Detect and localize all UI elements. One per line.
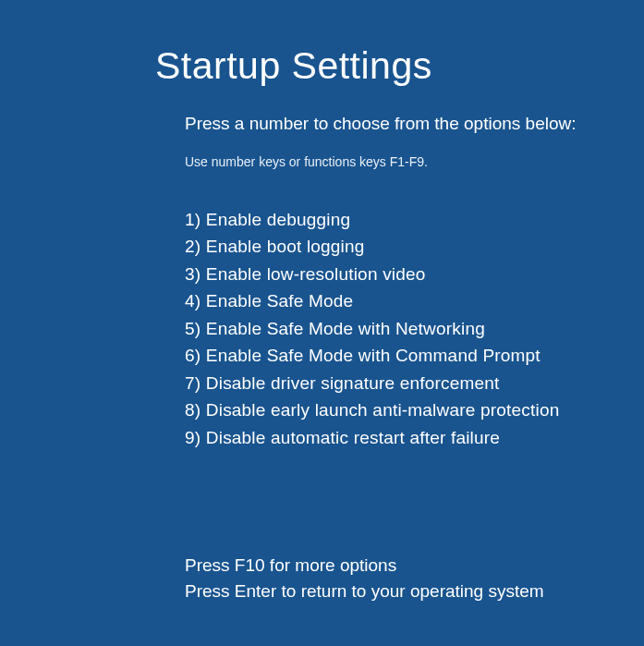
startup-settings-screen: Startup Settings Press a number to choos… bbox=[0, 0, 644, 605]
option-label: 3 bbox=[185, 264, 195, 284]
option-5[interactable]: 5) Enable Safe Mode with Networking bbox=[185, 315, 626, 342]
option-label: Enable Safe Mode with Command Prompt bbox=[206, 346, 541, 365]
option-label: 2 bbox=[185, 237, 195, 256]
option-2[interactable]: 2) Enable boot logging bbox=[185, 233, 626, 260]
footer-instructions: Press F10 for more options Press Enter t… bbox=[185, 553, 626, 605]
option-label: 1 bbox=[185, 210, 195, 229]
hint-text: Use number keys or functions keys F1-F9. bbox=[185, 154, 626, 169]
option-label: 8 bbox=[185, 400, 195, 420]
option-6[interactable]: 6) Enable Safe Mode with Command Prompt bbox=[185, 342, 626, 369]
option-3[interactable]: 3) Enable low-resolution video bbox=[185, 261, 626, 287]
option-label: Enable debugging bbox=[206, 210, 350, 229]
option-8[interactable]: 8) Disable early launch anti-malware pro… bbox=[185, 396, 626, 423]
option-label: Enable boot logging bbox=[206, 237, 365, 256]
option-7[interactable]: 7) Disable driver signature enforcement bbox=[185, 370, 626, 396]
instruction-text: Press a number to choose from the option… bbox=[185, 114, 626, 134]
option-4[interactable]: 4) Enable Safe Mode bbox=[185, 287, 626, 314]
option-label: Enable low-resolution video bbox=[206, 264, 426, 284]
footer-more-options: Press F10 for more options bbox=[185, 553, 626, 579]
option-9[interactable]: 9) Disable automatic restart after failu… bbox=[185, 424, 626, 451]
footer-return: Press Enter to return to your operating … bbox=[185, 579, 626, 605]
option-label: 7 bbox=[185, 373, 195, 393]
option-label: Disable early launch anti-malware protec… bbox=[206, 400, 560, 420]
option-label: 5 bbox=[185, 319, 195, 338]
page-title: Startup Settings bbox=[155, 44, 626, 88]
content-area: Press a number to choose from the option… bbox=[155, 114, 626, 605]
option-label: Disable automatic restart after failure bbox=[206, 428, 500, 447]
option-label: Disable driver signature enforcement bbox=[206, 373, 500, 393]
option-label: 9 bbox=[185, 428, 195, 447]
option-label: 6 bbox=[185, 346, 195, 365]
option-label: Enable Safe Mode with Networking bbox=[206, 319, 485, 338]
option-1[interactable]: 1) Enable debugging bbox=[185, 206, 626, 233]
option-label: Enable Safe Mode bbox=[206, 291, 354, 311]
options-list: 1) Enable debugging 2) Enable boot loggi… bbox=[185, 206, 626, 451]
option-label: 4 bbox=[185, 291, 195, 311]
